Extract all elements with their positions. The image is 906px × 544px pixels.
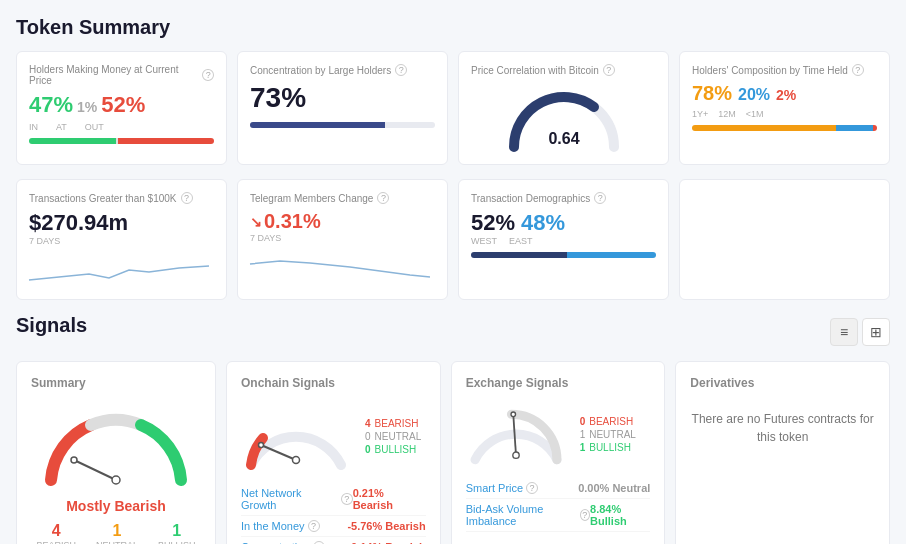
summary-bullish-count: 1 BULLISH <box>158 522 196 544</box>
token-summary-title: Token Summary <box>16 16 890 39</box>
demographics-east-bar <box>567 252 656 258</box>
telegram-help-icon[interactable]: ? <box>377 192 389 204</box>
holders-composition-label: Holders' Composition by Time Held ? <box>692 64 877 76</box>
telegram-period: 7 DAYS <box>250 233 435 243</box>
signal-row-in-the-money: In the Money ? -5.76% Bearish <box>241 516 426 537</box>
concentration-fill <box>250 122 385 128</box>
svg-point-7 <box>512 452 518 458</box>
demographics-bar <box>471 252 656 258</box>
onchain-layout: 4 BEARISH 0 NEUTRAL 0 BULLISH <box>241 400 426 473</box>
summary-neutral-count: 1 NEUTRAL <box>96 522 138 544</box>
onchain-signal-card: Onchain Signals 4 <box>226 361 441 544</box>
demographics-values: 52% 48% <box>471 210 656 236</box>
holders-composition-card: Holders' Composition by Time Held ? 78% … <box>679 51 890 165</box>
svg-line-0 <box>74 460 116 480</box>
demographics-west-bar <box>471 252 567 258</box>
telegram-card: Telegram Members Change ? ↘ 0.31% 7 DAYS <box>237 179 448 300</box>
derivatives-signal-card: Derivatives There are no Futures contrac… <box>675 361 890 544</box>
holders-out-bar <box>118 138 214 144</box>
empty-card <box>679 179 890 300</box>
holders-in-pct: 47% <box>29 92 73 118</box>
telegram-mini-chart <box>250 249 435 284</box>
transactions-period: 7 DAYS <box>29 236 214 246</box>
bid-ask-help-icon[interactable]: ? <box>580 509 590 521</box>
holders-labels: IN AT OUT <box>29 122 214 132</box>
net-network-growth-help-icon[interactable]: ? <box>341 493 353 505</box>
demographics-label: Transaction Demographics ? <box>471 192 656 204</box>
hc-pct3: 2% <box>776 87 796 103</box>
token-summary-bottom-grid: Transactions Greater than $100K ? $270.9… <box>16 179 890 300</box>
holders-composition-help-icon[interactable]: ? <box>852 64 864 76</box>
transactions-label: Transactions Greater than $100K ? <box>29 192 214 204</box>
signals-controls: ≡ ⊞ <box>830 318 890 346</box>
svg-point-8 <box>511 412 516 417</box>
hc-bar-red <box>873 125 877 131</box>
demographics-help-icon[interactable]: ? <box>594 192 606 204</box>
holders-composition-values: 78% 20% 2% <box>692 82 877 105</box>
list-icon: ≡ <box>840 324 848 340</box>
derivatives-card-title: Derivatives <box>690 376 875 390</box>
price-correlation-card: Price Correlation with Bitcoin ? 0.64 <box>458 51 669 165</box>
demographics-west-pct: 52% <box>471 210 515 236</box>
telegram-arrow-icon: ↘ <box>250 214 262 230</box>
signals-grid: Summary Mostly Bearish <box>16 361 890 544</box>
svg-point-4 <box>293 457 300 464</box>
signals-section: Signals ≡ ⊞ Summary <box>16 314 890 544</box>
grid-view-button[interactable]: ⊞ <box>862 318 890 346</box>
summary-label: Mostly Bearish <box>31 498 201 514</box>
concentration-label: Concentration by Large Holders ? <box>250 64 435 76</box>
holders-out-pct: 52% <box>101 92 145 118</box>
price-correlation-help-icon[interactable]: ? <box>603 64 615 76</box>
concentration-bar <box>250 122 435 128</box>
transactions-mini-chart <box>29 252 214 287</box>
demographics-east-pct: 48% <box>521 210 565 236</box>
exchange-signal-rows: Smart Price ? 0.00% Neutral Bid-Ask Volu… <box>466 478 651 532</box>
holders-making-money-label: Holders Making Money at Current Price ? <box>29 64 214 86</box>
onchain-card-title: Onchain Signals <box>241 376 426 390</box>
signals-header: Signals ≡ ⊞ <box>16 314 890 349</box>
signals-title: Signals <box>16 314 87 337</box>
transactions-value: $270.94m <box>29 210 214 236</box>
onchain-counts: 4 BEARISH 0 NEUTRAL 0 BULLISH <box>365 400 421 473</box>
holders-making-money-card: Holders Making Money at Current Price ? … <box>16 51 227 165</box>
smart-price-help-icon[interactable]: ? <box>526 482 538 494</box>
svg-point-1 <box>112 476 120 484</box>
grid-icon: ⊞ <box>870 324 882 340</box>
summary-signal-card: Summary Mostly Bearish <box>16 361 216 544</box>
price-correlation-label: Price Correlation with Bitcoin ? <box>471 64 656 76</box>
correlation-gauge-svg: 0.64 <box>504 82 624 152</box>
exchange-layout: 0 BEARISH 1 NEUTRAL 1 BULLISH <box>466 400 651 468</box>
onchain-signal-rows: Net Network Growth ? 0.21% Bearish In th… <box>241 483 426 544</box>
holders-making-money-help-icon[interactable]: ? <box>202 69 214 81</box>
transactions-card: Transactions Greater than $100K ? $270.9… <box>16 179 227 300</box>
hc-pct1: 78% <box>692 82 732 105</box>
exchange-gauge <box>466 400 566 468</box>
summary-gauge <box>31 400 201 490</box>
derivatives-message: There are no Futures contracts for this … <box>690 410 875 446</box>
exchange-card-title: Exchange Signals <box>466 376 651 390</box>
hc-bar-orange <box>692 125 836 131</box>
onchain-gauge <box>241 400 351 473</box>
token-summary-section: Token Summary Holders Making Money at Cu… <box>16 16 890 300</box>
svg-point-2 <box>71 457 77 463</box>
concentration-value: 73% <box>250 82 435 114</box>
telegram-value: ↘ 0.31% <box>250 210 435 233</box>
in-the-money-help-icon[interactable]: ? <box>308 520 320 532</box>
holders-progress-bar <box>29 138 214 144</box>
hc-bar-blue <box>836 125 873 131</box>
summary-counts: 4 BEARISH 1 NEUTRAL 1 BULLISH <box>31 522 201 544</box>
concentration-card: Concentration by Large Holders ? 73% <box>237 51 448 165</box>
signal-row-smart-price: Smart Price ? 0.00% Neutral <box>466 478 651 499</box>
svg-point-5 <box>259 443 264 448</box>
signal-row-concentration: Concentration ? -0.14% Bearish <box>241 537 426 544</box>
telegram-label: Telegram Members Change ? <box>250 192 435 204</box>
demographics-card: Transaction Demographics ? 52% 48% WEST … <box>458 179 669 300</box>
holders-at-pct: 1% <box>77 99 97 115</box>
signal-row-bid-ask: Bid-Ask Volume Imbalance ? 8.84% Bullish <box>466 499 651 532</box>
hc-labels: 1Y+ 12M <1M <box>692 109 877 119</box>
concentration-help-icon[interactable]: ? <box>395 64 407 76</box>
correlation-value-text: 0.64 <box>548 130 579 147</box>
transactions-help-icon[interactable]: ? <box>181 192 193 204</box>
signal-row-net-network-growth: Net Network Growth ? 0.21% Bearish <box>241 483 426 516</box>
list-view-button[interactable]: ≡ <box>830 318 858 346</box>
